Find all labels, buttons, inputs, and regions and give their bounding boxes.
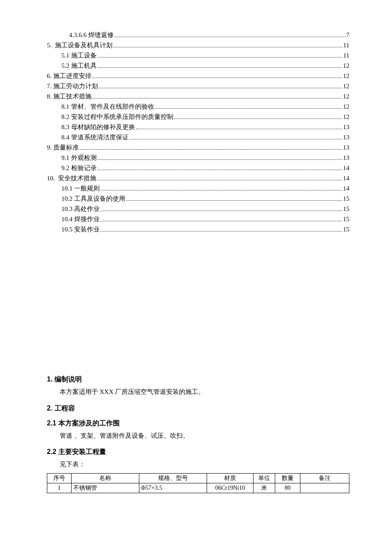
- toc-page-number: 12: [343, 101, 349, 112]
- toc-entry[interactable]: 8.4 管道系统清洁度保证13: [47, 132, 349, 142]
- table-header-row: 序号 名称 规格、型号 材质 单位 数量 备注: [47, 473, 349, 483]
- col-qty: 数量: [275, 473, 300, 483]
- toc-label: 7. 施工劳动力计划: [47, 81, 98, 91]
- table-of-contents: 4.3.6.6 焊缝返修75. 施工设备及机具计划115.1 施工设备115.2…: [47, 30, 349, 234]
- toc-page-number: 12: [343, 61, 349, 71]
- toc-page-number: 11: [343, 50, 349, 61]
- toc-label: 8.3 母材缺陷的修补及更换: [61, 122, 135, 132]
- toc-label: 10.3 高处作业: [61, 204, 100, 214]
- toc-leader-dots: [174, 119, 343, 119]
- toc-entry[interactable]: 9.1 外观检测13: [47, 153, 349, 163]
- toc-entry[interactable]: 8.3 母材缺陷的修补及更换13: [47, 122, 349, 132]
- cell-seq: 1: [47, 483, 72, 493]
- col-note: 备注: [300, 473, 349, 483]
- toc-leader-dots: [97, 180, 342, 180]
- toc-page-number: 11: [343, 40, 349, 50]
- toc-entry[interactable]: 10.4 焊接作业15: [47, 214, 349, 224]
- toc-label: 9. 质量标准: [47, 142, 79, 153]
- toc-entry[interactable]: 10.1 一般规则14: [47, 183, 349, 194]
- toc-page-number: 14: [343, 173, 349, 183]
- toc-entry[interactable]: 10.2 工具及设备的使用15: [47, 194, 349, 204]
- toc-entry[interactable]: 4.3.6.6 焊缝返修7: [47, 30, 349, 40]
- toc-page-number: 13: [343, 153, 349, 163]
- toc-label: 10.4 焊接作业: [61, 214, 100, 224]
- toc-page-number: 15: [343, 204, 349, 214]
- toc-page-number: 14: [343, 183, 349, 194]
- engineering-quantity-table: 序号 名称 规格、型号 材质 单位 数量 备注 1不锈钢管Φ57×3.506Cr…: [47, 473, 349, 493]
- toc-leader-dots: [101, 211, 342, 211]
- toc-leader-dots: [155, 108, 343, 109]
- toc-entry[interactable]: 5. 施工设备及机具计划11: [47, 40, 349, 50]
- toc-label: 9.1 外观检测: [61, 153, 97, 163]
- col-unit: 单位: [254, 473, 275, 483]
- toc-leader-dots: [101, 190, 342, 191]
- toc-label: 10.5 安装作业: [61, 224, 100, 234]
- toc-leader-dots: [80, 149, 342, 150]
- toc-page-number: 15: [343, 214, 349, 224]
- col-material: 材质: [207, 473, 254, 483]
- toc-label: 10.1 一般规则: [61, 183, 100, 194]
- document-page: 4.3.6.6 焊缝返修75. 施工设备及机具计划115.1 施工设备115.2…: [0, 0, 392, 519]
- toc-label: 5.2 施工机具: [61, 61, 97, 71]
- toc-leader-dots: [92, 98, 342, 98]
- toc-leader-dots: [126, 200, 342, 201]
- table-row: 1不锈钢管Φ57×3.506Cr19Ni10米80: [47, 483, 349, 493]
- toc-page-number: 12: [343, 71, 349, 81]
- toc-entry[interactable]: 10.5 安装作业15: [47, 224, 349, 234]
- cell-material: 06Cr19Ni10: [207, 483, 254, 493]
- toc-leader-dots: [98, 67, 343, 68]
- toc-page-number: 13: [343, 132, 349, 142]
- toc-entry[interactable]: 9.2 检验记录14: [47, 163, 349, 173]
- toc-label: 8.1 管材、管件及在线部件的验收: [61, 101, 154, 112]
- toc-entry[interactable]: 5.1 施工设备11: [47, 50, 349, 61]
- toc-page-number: 7: [346, 30, 350, 40]
- toc-entry[interactable]: 5.2 施工机具12: [47, 61, 349, 71]
- toc-label: 8.2 安装过程中系统承压部件的质量控制: [61, 112, 173, 122]
- toc-entry[interactable]: 8.2 安装过程中系统承压部件的质量控制12: [47, 112, 349, 122]
- toc-label: 6. 施工进度安排: [47, 71, 92, 81]
- col-seq: 序号: [47, 473, 72, 483]
- toc-page-number: 13: [343, 122, 349, 132]
- toc-entry[interactable]: 8. 施工技术措施12: [47, 91, 349, 101]
- toc-leader-dots: [99, 88, 342, 88]
- toc-entry[interactable]: 9. 质量标准13: [47, 142, 349, 153]
- toc-leader-dots: [136, 129, 343, 129]
- cell-note: [300, 483, 349, 493]
- section-2-1-title: 2.1 本方案涉及的工作围: [47, 419, 349, 428]
- section-1-title: 1. 编制说明: [47, 375, 349, 384]
- col-name: 名称: [72, 473, 139, 483]
- toc-label: 9.2 检验记录: [61, 163, 97, 173]
- toc-page-number: 13: [343, 142, 349, 153]
- section-2-2-title: 2.2 主要安装工程量: [47, 448, 349, 457]
- toc-page-number: 15: [343, 194, 349, 204]
- toc-leader-dots: [101, 231, 342, 231]
- toc-leader-dots: [115, 37, 346, 37]
- cell-name: 不锈钢管: [72, 483, 139, 493]
- toc-leader-dots: [98, 159, 343, 160]
- section-1-body: 本方案适用于 XXX 厂房压缩空气管道安装的施工。: [47, 386, 349, 398]
- toc-page-number: 12: [343, 112, 349, 122]
- toc-label: 10. 安全技术措施: [47, 173, 96, 183]
- toc-label: 5. 施工设备及机具计划: [47, 40, 112, 50]
- toc-page-number: 12: [343, 91, 349, 101]
- col-spec: 规格、型号: [139, 473, 207, 483]
- section-2-title: 2. 工程容: [47, 404, 349, 413]
- toc-page-number: 12: [343, 81, 349, 91]
- toc-entry[interactable]: 7. 施工劳动力计划12: [47, 81, 349, 91]
- toc-leader-dots: [98, 57, 343, 58]
- toc-leader-dots: [98, 170, 343, 170]
- toc-page-number: 15: [343, 224, 349, 234]
- toc-label: 8. 施工技术措施: [47, 91, 92, 101]
- toc-entry[interactable]: 10.3 高处作业15: [47, 204, 349, 214]
- toc-page-number: 14: [343, 163, 349, 173]
- cell-qty: 80: [275, 483, 300, 493]
- toc-entry[interactable]: 10. 安全技术措施14: [47, 173, 349, 183]
- toc-entry[interactable]: 6. 施工进度安排12: [47, 71, 349, 81]
- toc-leader-dots: [130, 139, 343, 139]
- toc-leader-dots: [92, 78, 342, 78]
- toc-label: 10.2 工具及设备的使用: [61, 194, 125, 204]
- cell-unit: 米: [254, 483, 275, 493]
- cell-spec: Φ57×3.5: [139, 483, 207, 493]
- toc-label: 4.3.6.6 焊缝返修: [69, 30, 114, 40]
- toc-entry[interactable]: 8.1 管材、管件及在线部件的验收12: [47, 101, 349, 112]
